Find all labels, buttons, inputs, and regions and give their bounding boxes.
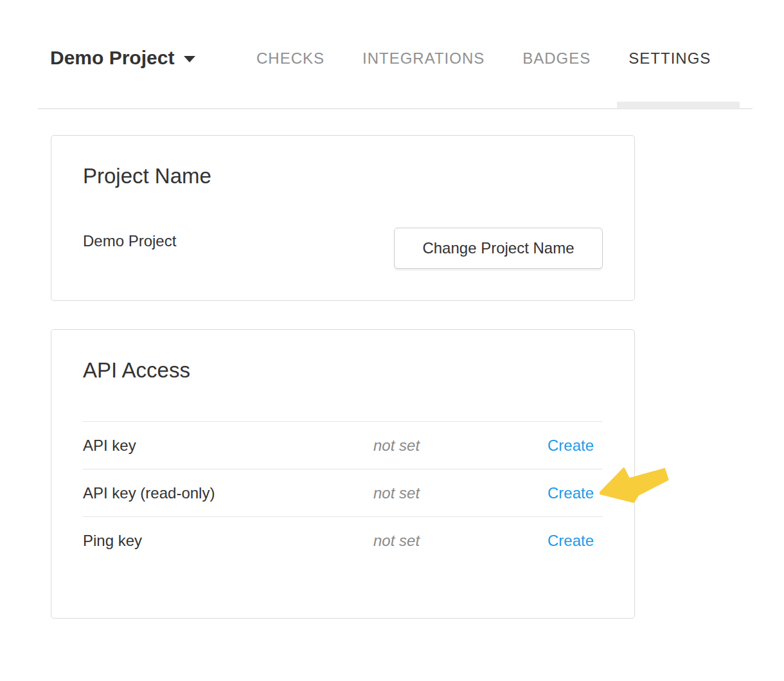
project-name-card-title: Project Name — [83, 164, 603, 188]
api-key-read-only-create-link[interactable]: Create — [548, 484, 594, 502]
ping-key-label: Ping key — [83, 532, 373, 550]
tab-checks[interactable]: CHECKS — [256, 50, 325, 67]
api-key-create-link[interactable]: Create — [548, 437, 594, 454]
ping-key-create-link[interactable]: Create — [548, 532, 594, 549]
tab-settings[interactable]: SETTINGS — [628, 50, 711, 67]
table-row-api-key: API key not set Create — [83, 421, 603, 469]
table-row-api-key-read-only: API key (read-only) not set Create — [83, 469, 603, 516]
current-project-name: Demo Project — [83, 232, 176, 250]
header-divider — [38, 108, 753, 109]
table-row-ping-key: Ping key not set Create — [83, 516, 603, 564]
tab-badges[interactable]: BADGES — [522, 50, 591, 67]
change-project-name-button[interactable]: Change Project Name — [394, 228, 603, 269]
api-keys-table: API key not set Create API key (read-onl… — [83, 421, 603, 564]
project-title: Demo Project — [50, 46, 174, 69]
tab-integrations[interactable]: INTEGRATIONS — [362, 50, 485, 67]
nav-tabs: CHECKS INTEGRATIONS BADGES SETTINGS — [256, 50, 711, 67]
api-key-read-only-value: not set — [373, 484, 500, 502]
api-key-label: API key — [83, 437, 373, 455]
api-access-card: API Access API key not set Create API ke… — [51, 329, 635, 619]
api-key-read-only-label: API key (read-only) — [83, 484, 373, 502]
ping-key-value: not set — [373, 532, 500, 550]
project-dropdown[interactable]: Demo Project — [50, 46, 195, 69]
api-access-card-title: API Access — [83, 358, 603, 383]
api-key-value: not set — [373, 437, 500, 455]
project-name-card: Project Name Demo Project Change Project… — [51, 135, 635, 301]
caret-down-icon — [184, 56, 195, 62]
project-name-row: Demo Project Change Project Name — [83, 228, 603, 269]
